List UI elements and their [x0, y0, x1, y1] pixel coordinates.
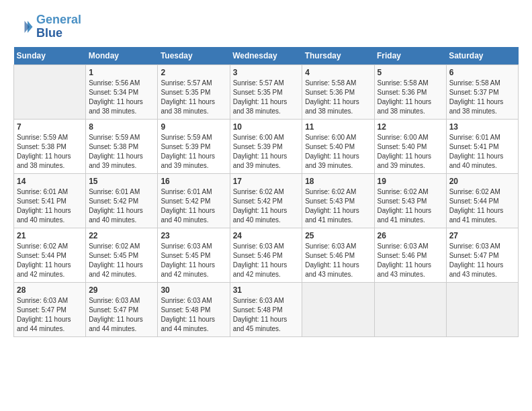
calendar-cell: 22Sunrise: 6:02 AM Sunset: 5:45 PM Dayli… — [86, 228, 158, 282]
day-number: 2 — [161, 68, 226, 77]
cell-info: Sunrise: 6:01 AM Sunset: 5:41 PM Dayligh… — [17, 187, 83, 225]
cell-info: Sunrise: 6:02 AM Sunset: 5:44 PM Dayligh… — [449, 187, 515, 225]
calendar-cell: 18Sunrise: 6:02 AM Sunset: 5:43 PM Dayli… — [302, 173, 374, 228]
calendar-cell — [14, 64, 86, 119]
cell-info: Sunrise: 6:03 AM Sunset: 5:48 PM Dayligh… — [233, 296, 300, 334]
day-number: 25 — [305, 231, 371, 240]
cell-info: Sunrise: 6:02 AM Sunset: 5:44 PM Dayligh… — [17, 242, 83, 279]
calendar-cell: 16Sunrise: 6:01 AM Sunset: 5:42 PM Dayli… — [158, 173, 230, 228]
day-number: 16 — [161, 177, 226, 186]
calendar-cell — [446, 282, 518, 336]
day-number: 11 — [305, 122, 371, 132]
weekday-header: Friday — [374, 47, 446, 65]
day-number: 26 — [378, 231, 443, 240]
cell-info: Sunrise: 6:03 AM Sunset: 5:46 PM Dayligh… — [233, 242, 300, 279]
calendar-cell: 30Sunrise: 6:03 AM Sunset: 5:48 PM Dayli… — [158, 282, 230, 336]
calendar-cell: 21Sunrise: 6:02 AM Sunset: 5:44 PM Dayli… — [14, 228, 86, 282]
day-number: 9 — [161, 122, 226, 132]
calendar-week-row: 28Sunrise: 6:03 AM Sunset: 5:47 PM Dayli… — [14, 282, 519, 336]
cell-info: Sunrise: 5:56 AM Sunset: 5:34 PM Dayligh… — [89, 79, 154, 116]
calendar-week-row: 1Sunrise: 5:56 AM Sunset: 5:34 PM Daylig… — [14, 64, 519, 119]
weekday-header: Wednesday — [230, 47, 302, 65]
day-number: 29 — [89, 285, 154, 295]
day-number: 18 — [305, 177, 371, 186]
day-number: 13 — [449, 122, 515, 132]
calendar-cell: 15Sunrise: 6:01 AM Sunset: 5:42 PM Dayli… — [86, 173, 158, 228]
day-number: 8 — [89, 122, 154, 132]
cell-info: Sunrise: 5:57 AM Sunset: 5:35 PM Dayligh… — [233, 79, 300, 116]
day-number: 4 — [305, 68, 371, 77]
calendar-header-row: SundayMondayTuesdayWednesdayThursdayFrid… — [14, 47, 519, 65]
logo: General Blue — [13, 13, 81, 40]
cell-info: Sunrise: 5:57 AM Sunset: 5:35 PM Dayligh… — [161, 79, 226, 116]
weekday-header: Thursday — [302, 47, 374, 65]
cell-info: Sunrise: 6:03 AM Sunset: 5:47 PM Dayligh… — [89, 296, 154, 334]
calendar-cell: 31Sunrise: 6:03 AM Sunset: 5:48 PM Dayli… — [230, 282, 302, 336]
calendar-cell: 20Sunrise: 6:02 AM Sunset: 5:44 PM Dayli… — [446, 173, 518, 228]
day-number: 12 — [378, 122, 443, 132]
cell-info: Sunrise: 6:03 AM Sunset: 5:45 PM Dayligh… — [161, 242, 226, 279]
cell-info: Sunrise: 5:59 AM Sunset: 5:38 PM Dayligh… — [17, 133, 83, 171]
weekday-header: Tuesday — [158, 47, 230, 65]
cell-info: Sunrise: 6:02 AM Sunset: 5:42 PM Dayligh… — [233, 187, 300, 225]
cell-info: Sunrise: 5:58 AM Sunset: 5:36 PM Dayligh… — [305, 79, 371, 116]
calendar-cell: 24Sunrise: 6:03 AM Sunset: 5:46 PM Dayli… — [230, 228, 302, 282]
cell-info: Sunrise: 6:00 AM Sunset: 5:39 PM Dayligh… — [233, 133, 300, 171]
logo-icon — [13, 17, 34, 37]
calendar-cell: 14Sunrise: 6:01 AM Sunset: 5:41 PM Dayli… — [14, 173, 86, 228]
calendar-cell: 1Sunrise: 5:56 AM Sunset: 5:34 PM Daylig… — [86, 64, 158, 119]
calendar-cell — [374, 282, 446, 336]
cell-info: Sunrise: 6:00 AM Sunset: 5:40 PM Dayligh… — [378, 133, 443, 171]
day-number: 10 — [233, 122, 300, 132]
weekday-header: Sunday — [14, 47, 86, 65]
day-number: 7 — [17, 122, 83, 132]
cell-info: Sunrise: 6:02 AM Sunset: 5:45 PM Dayligh… — [89, 242, 154, 279]
calendar-cell: 19Sunrise: 6:02 AM Sunset: 5:43 PM Dayli… — [374, 173, 446, 228]
calendar-cell: 13Sunrise: 6:01 AM Sunset: 5:41 PM Dayli… — [446, 119, 518, 173]
calendar-cell: 5Sunrise: 5:58 AM Sunset: 5:36 PM Daylig… — [374, 64, 446, 119]
cell-info: Sunrise: 6:03 AM Sunset: 5:47 PM Dayligh… — [17, 296, 83, 334]
calendar-cell — [302, 282, 374, 336]
calendar-table: SundayMondayTuesdayWednesdayThursdayFrid… — [13, 47, 519, 337]
calendar-cell: 4Sunrise: 5:58 AM Sunset: 5:36 PM Daylig… — [302, 64, 374, 119]
page-header: General Blue — [13, 13, 519, 40]
weekday-header: Monday — [86, 47, 158, 65]
calendar-cell: 28Sunrise: 6:03 AM Sunset: 5:47 PM Dayli… — [14, 282, 86, 336]
cell-info: Sunrise: 6:02 AM Sunset: 5:43 PM Dayligh… — [305, 187, 371, 225]
calendar-body: 1Sunrise: 5:56 AM Sunset: 5:34 PM Daylig… — [14, 64, 519, 336]
calendar-cell: 2Sunrise: 5:57 AM Sunset: 5:35 PM Daylig… — [158, 64, 230, 119]
cell-info: Sunrise: 5:58 AM Sunset: 5:37 PM Dayligh… — [449, 79, 515, 116]
cell-info: Sunrise: 6:03 AM Sunset: 5:47 PM Dayligh… — [449, 242, 515, 279]
day-number: 24 — [233, 231, 300, 240]
cell-info: Sunrise: 5:59 AM Sunset: 5:39 PM Dayligh… — [161, 133, 226, 171]
day-number: 31 — [233, 285, 300, 295]
day-number: 3 — [233, 68, 300, 77]
weekday-header: Saturday — [446, 47, 518, 65]
calendar-cell: 27Sunrise: 6:03 AM Sunset: 5:47 PM Dayli… — [446, 228, 518, 282]
calendar-cell: 6Sunrise: 5:58 AM Sunset: 5:37 PM Daylig… — [446, 64, 518, 119]
cell-info: Sunrise: 6:03 AM Sunset: 5:48 PM Dayligh… — [161, 296, 226, 334]
day-number: 27 — [449, 231, 515, 240]
cell-info: Sunrise: 5:59 AM Sunset: 5:38 PM Dayligh… — [89, 133, 154, 171]
logo-text: General Blue — [36, 13, 81, 40]
calendar-cell: 17Sunrise: 6:02 AM Sunset: 5:42 PM Dayli… — [230, 173, 302, 228]
day-number: 30 — [161, 285, 226, 295]
calendar-cell: 26Sunrise: 6:03 AM Sunset: 5:46 PM Dayli… — [374, 228, 446, 282]
calendar-cell: 12Sunrise: 6:00 AM Sunset: 5:40 PM Dayli… — [374, 119, 446, 173]
day-number: 6 — [449, 68, 515, 77]
calendar-cell: 7Sunrise: 5:59 AM Sunset: 5:38 PM Daylig… — [14, 119, 86, 173]
cell-info: Sunrise: 6:01 AM Sunset: 5:41 PM Dayligh… — [449, 133, 515, 171]
day-number: 19 — [378, 177, 443, 186]
cell-info: Sunrise: 6:00 AM Sunset: 5:40 PM Dayligh… — [305, 133, 371, 171]
day-number: 1 — [89, 68, 154, 77]
cell-info: Sunrise: 6:02 AM Sunset: 5:43 PM Dayligh… — [378, 187, 443, 225]
calendar-cell: 11Sunrise: 6:00 AM Sunset: 5:40 PM Dayli… — [302, 119, 374, 173]
cell-info: Sunrise: 6:03 AM Sunset: 5:46 PM Dayligh… — [305, 242, 371, 279]
calendar-cell: 10Sunrise: 6:00 AM Sunset: 5:39 PM Dayli… — [230, 119, 302, 173]
cell-info: Sunrise: 6:01 AM Sunset: 5:42 PM Dayligh… — [161, 187, 226, 225]
calendar-cell: 29Sunrise: 6:03 AM Sunset: 5:47 PM Dayli… — [86, 282, 158, 336]
day-number: 23 — [161, 231, 226, 240]
day-number: 5 — [378, 68, 443, 77]
day-number: 28 — [17, 285, 83, 295]
calendar-cell: 8Sunrise: 5:59 AM Sunset: 5:38 PM Daylig… — [86, 119, 158, 173]
